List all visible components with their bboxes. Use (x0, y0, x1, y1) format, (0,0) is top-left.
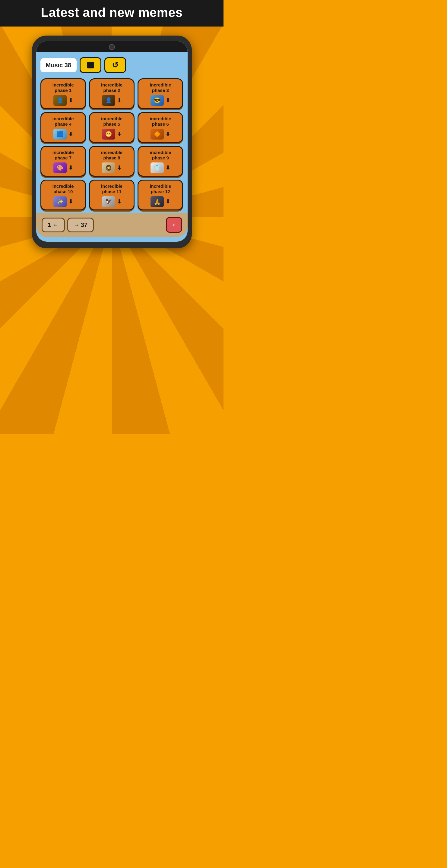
meme-card-phase-4[interactable]: incrediblephase 4 🟦 ⬇ (40, 112, 86, 143)
meme-card-phase-8[interactable]: incrediblephase 8 🧔 ⬇ (89, 146, 135, 177)
back-button[interactable]: ‹ (166, 217, 182, 233)
meme-bottom-9: 👕 ⬇ (141, 162, 180, 173)
meme-thumb-5: 😁 (102, 129, 115, 140)
meme-card-phase-7[interactable]: incrediblephase 7 🎨 ⬇ (40, 146, 86, 177)
phone-device: Music 38 ↺ incrediblephase 1 👤 ⬇ (32, 36, 192, 248)
download-icon-6[interactable]: ⬇ (166, 131, 170, 137)
page-title: Latest and new memes (41, 5, 183, 20)
meme-title-12: incrediblephase 12 (150, 184, 171, 194)
meme-card-phase-2[interactable]: incrediblephase 2 👤 ⬇ (89, 79, 135, 109)
phone-screen: Music 38 ↺ incrediblephase 1 👤 ⬇ (36, 41, 188, 242)
camera-dot (109, 44, 115, 50)
stop-icon (87, 62, 94, 68)
meme-title-10: incrediblephase 10 (53, 184, 74, 194)
meme-title-9: incrediblephase 9 (150, 150, 171, 161)
meme-thumb-6: 🔶 (150, 129, 164, 140)
download-icon-3[interactable]: ⬇ (166, 97, 170, 104)
nav-arrow-left: ← (53, 221, 59, 228)
nav-page-prev[interactable]: 1 ← (41, 218, 65, 232)
download-icon-5[interactable]: ⬇ (117, 131, 122, 137)
phone-content: Music 38 ↺ incrediblephase 1 👤 ⬇ (36, 52, 188, 213)
meme-title-7: incrediblephase 7 (53, 150, 74, 161)
meme-card-phase-1[interactable]: incrediblephase 1 👤 ⬇ (40, 79, 86, 109)
meme-thumb-12: 🧘 (150, 196, 164, 207)
meme-bottom-7: 🎨 ⬇ (44, 162, 83, 173)
meme-card-phase-12[interactable]: incrediblephase 12 🧘 ⬇ (138, 180, 183, 210)
meme-title-8: incrediblephase 8 (101, 150, 122, 161)
header-bar: Latest and new memes (0, 0, 224, 27)
meme-title-3: incrediblephase 3 (150, 82, 171, 93)
meme-bottom-6: 🔶 ⬇ (141, 129, 180, 140)
meme-title-11: incrediblephase 11 (101, 184, 122, 194)
meme-thumb-4: 🟦 (53, 129, 67, 140)
meme-card-phase-10[interactable]: incrediblephase 10 ✨ ⬇ (40, 180, 86, 210)
nav-current-page: 1 (48, 221, 51, 228)
phone-bottom-nav: 1 ← → 37 ‹ (36, 213, 188, 237)
meme-bottom-10: ✨ ⬇ (44, 196, 83, 207)
meme-thumb-10: ✨ (53, 196, 67, 207)
nav-left-group: 1 ← → 37 (41, 218, 94, 232)
meme-bottom-12: 🧘 ⬇ (141, 196, 180, 207)
meme-title-4: incrediblephase 4 (53, 116, 74, 127)
download-icon-7[interactable]: ⬇ (68, 164, 73, 171)
back-icon: ‹ (173, 221, 175, 228)
meme-card-phase-3[interactable]: incrediblephase 3 😎 ⬇ (138, 79, 183, 109)
download-icon-1[interactable]: ⬇ (68, 97, 73, 104)
meme-thumb-9: 👕 (150, 162, 164, 173)
meme-thumb-2: 👤 (102, 95, 115, 106)
meme-bottom-1: 👤 ⬇ (44, 95, 83, 106)
meme-title-2: incrediblephase 2 (101, 82, 122, 93)
download-icon-11[interactable]: ⬇ (117, 198, 122, 205)
meme-title-1: incrediblephase 1 (53, 82, 74, 93)
download-icon-4[interactable]: ⬇ (68, 131, 73, 137)
nav-total-pages: 37 (81, 221, 87, 228)
meme-bottom-8: 🧔 ⬇ (92, 162, 131, 173)
nav-arrow-right: → (73, 221, 80, 228)
meme-bottom-2: 👤 ⬇ (92, 95, 131, 106)
download-icon-10[interactable]: ⬇ (68, 198, 73, 205)
meme-bottom-11: 🦅 ⬇ (92, 196, 131, 207)
download-icon-12[interactable]: ⬇ (166, 198, 170, 205)
meme-bottom-5: 😁 ⬇ (92, 129, 131, 140)
meme-thumb-3: 😎 (150, 95, 164, 106)
controls-row: Music 38 ↺ (40, 57, 183, 73)
meme-card-phase-9[interactable]: incrediblephase 9 👕 ⬇ (138, 146, 183, 177)
phone-topbar (36, 41, 188, 52)
stop-button[interactable] (80, 57, 101, 73)
meme-grid: incrediblephase 1 👤 ⬇ incrediblephase 2 … (40, 79, 183, 210)
meme-title-6: incrediblephase 6 (150, 116, 171, 127)
nav-page-next[interactable]: → 37 (67, 218, 94, 232)
loop-icon: ↺ (112, 61, 119, 70)
music-label: Music 38 (40, 58, 77, 72)
meme-thumb-1: 👤 (53, 95, 67, 106)
meme-thumb-7: 🎨 (53, 162, 67, 173)
download-icon-9[interactable]: ⬇ (166, 164, 170, 171)
meme-card-phase-6[interactable]: incrediblephase 6 🔶 ⬇ (138, 112, 183, 143)
download-icon-2[interactable]: ⬇ (117, 97, 122, 104)
download-icon-8[interactable]: ⬇ (117, 164, 122, 171)
phone-wrapper: Music 38 ↺ incrediblephase 1 👤 ⬇ (0, 27, 224, 257)
meme-card-phase-5[interactable]: incrediblephase 5 😁 ⬇ (89, 112, 135, 143)
meme-thumb-8: 🧔 (102, 162, 115, 173)
meme-thumb-11: 🦅 (102, 196, 115, 207)
loop-button[interactable]: ↺ (105, 57, 126, 73)
meme-bottom-3: 😎 ⬇ (141, 95, 180, 106)
meme-card-phase-11[interactable]: incrediblephase 11 🦅 ⬇ (89, 180, 135, 210)
meme-bottom-4: 🟦 ⬇ (44, 129, 83, 140)
meme-title-5: incrediblephase 5 (101, 116, 122, 127)
